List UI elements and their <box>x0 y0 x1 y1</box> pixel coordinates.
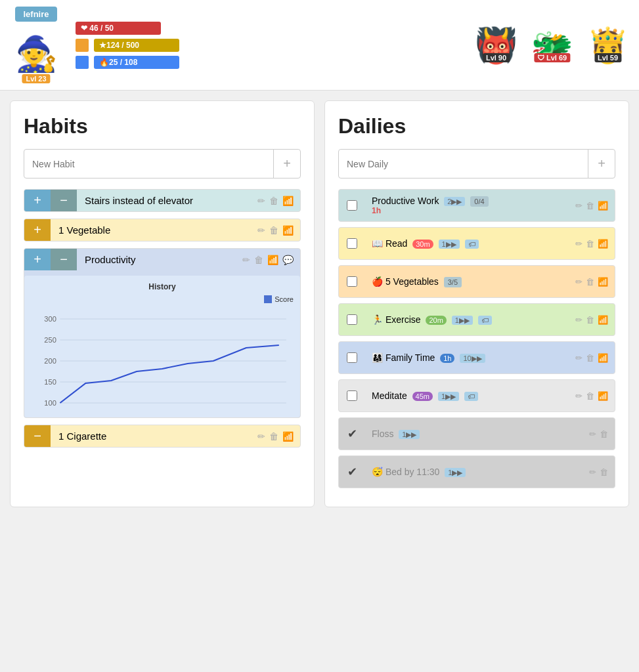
add-daily-button[interactable]: + <box>588 150 615 178</box>
habit-minus-cigarette[interactable]: − <box>24 425 51 447</box>
delete-icon[interactable]: 🗑 <box>586 277 594 287</box>
daily-check-exercise[interactable] <box>339 304 365 335</box>
xp-value: ★124 / 500 <box>94 39 179 52</box>
checkbox-exercise[interactable] <box>347 314 357 325</box>
daily-check-family[interactable] <box>339 342 365 373</box>
chart-icon[interactable]: 📶 <box>282 225 294 236</box>
add-habit-input[interactable] <box>24 152 273 176</box>
stats-area: ❤ 46 / 50 ★124 / 500 🔥25 / 108 <box>76 22 179 69</box>
delete-icon[interactable]: 🗑 <box>586 315 594 325</box>
delete-icon[interactable]: 🗑 <box>586 201 594 211</box>
header: lefnire 🧙 Lvl 23 ❤ 46 / 50 ★124 / 500 🔥2… <box>0 0 639 91</box>
habit-actions-cigarette: ✏ 🗑 📶 <box>251 425 300 447</box>
hp-bar: ❤ 46 / 50 <box>76 22 179 35</box>
daily-actions-meditate: ✏ 🗑 📶 <box>569 391 615 401</box>
checkbox-vegetables[interactable] <box>347 276 357 287</box>
chart-icon[interactable]: 📶 <box>598 353 608 363</box>
tag-exercise: 🏷 <box>478 316 492 325</box>
tag-meditate: 🏷 <box>464 392 478 401</box>
mp-value: 🔥25 / 108 <box>94 56 179 69</box>
habit-plus-stairs[interactable]: + <box>24 190 51 211</box>
habit-label-stairs: Stairs instead of elevator <box>77 190 251 211</box>
habit-plus-vegetable[interactable]: + <box>24 219 51 241</box>
mp-icon <box>76 56 89 69</box>
username-badge: lefnire <box>15 7 56 22</box>
time-badge-read: 30m <box>412 240 433 249</box>
habit-item-stairs: + − Stairs instead of elevator ✏ 🗑 📶 <box>24 189 301 212</box>
habit-minus-stairs[interactable]: − <box>51 190 77 211</box>
chat-icon[interactable]: 💬 <box>282 255 294 265</box>
edit-icon[interactable]: ✏ <box>575 315 583 325</box>
chart-icon[interactable]: 📶 <box>282 196 294 206</box>
streak-read: 1▶▶ <box>439 240 460 249</box>
svg-text:150: 150 <box>44 379 56 386</box>
checkbox-productive-work[interactable] <box>347 200 357 211</box>
chart-icon[interactable]: 📶 <box>267 255 278 265</box>
veg-emoji: 🍎 <box>372 276 383 287</box>
edit-icon[interactable]: ✏ <box>257 431 265 442</box>
progress-veg: 3/5 <box>444 277 462 287</box>
edit-icon[interactable]: ✏ <box>589 467 596 477</box>
chart-icon[interactable]: 📶 <box>598 201 608 211</box>
daily-check-read[interactable] <box>339 228 365 259</box>
party-member-2: 🐲 🛡 Lvl 69 <box>531 28 573 62</box>
family-emoji: 👨‍👩‍👧 <box>372 352 383 363</box>
edit-icon[interactable]: ✏ <box>257 225 265 236</box>
avatar-area: 🧙 Lvl 23 <box>10 24 62 83</box>
daily-actions-productive-work: ✏ 🗑 📶 <box>569 201 615 211</box>
edit-icon[interactable]: ✏ <box>257 196 265 206</box>
streak-floss: 1▶▶ <box>399 430 420 439</box>
add-habit-button[interactable]: + <box>273 150 300 178</box>
habits-title: Habits <box>24 114 301 138</box>
party-level-1: Lvl 90 <box>483 53 510 62</box>
delete-icon[interactable]: 🗑 <box>600 467 608 477</box>
party-level-2: 🛡 Lvl 69 <box>534 53 570 62</box>
delete-icon[interactable]: 🗑 <box>586 239 594 249</box>
chart-icon[interactable]: 📶 <box>598 391 608 401</box>
edit-icon[interactable]: ✏ <box>575 239 583 249</box>
delete-icon[interactable]: 🗑 <box>586 391 594 401</box>
chart-icon[interactable]: 📶 <box>598 277 608 287</box>
add-habit-row: + <box>24 149 301 178</box>
checkbox-family[interactable] <box>347 352 357 363</box>
chart-icon[interactable]: 📶 <box>598 315 608 325</box>
delete-icon[interactable]: 🗑 <box>269 196 278 206</box>
daily-check-vegetables[interactable] <box>339 266 365 297</box>
checkbox-meditate[interactable] <box>347 390 357 401</box>
main-layout: Habits + + − Stairs instead of elevator … <box>0 91 639 517</box>
habits-panel: Habits + + − Stairs instead of elevator … <box>10 100 315 507</box>
edit-icon[interactable]: ✏ <box>589 429 596 439</box>
delete-icon[interactable]: 🗑 <box>586 353 594 363</box>
avatar-level: Lvl 23 <box>22 74 50 83</box>
streak-family: 10▶▶ <box>460 354 485 363</box>
delete-icon[interactable]: 🗑 <box>254 255 263 265</box>
delete-icon[interactable]: 🗑 <box>269 225 278 236</box>
daily-check-bed[interactable]: ✔ <box>339 456 365 488</box>
svg-text:300: 300 <box>44 316 56 323</box>
habit-item-productivity: + − Productivity ✏ 🗑 📶 💬 History Score <box>24 248 301 418</box>
chart-icon[interactable]: 📶 <box>598 239 608 249</box>
tag-read: 🏷 <box>465 240 479 249</box>
daily-check-floss[interactable]: ✔ <box>339 418 365 450</box>
streak-bed: 1▶▶ <box>445 468 466 477</box>
delete-icon[interactable]: 🗑 <box>269 431 278 442</box>
chart-icon[interactable]: 📶 <box>282 431 294 442</box>
habit-label-cigarette: 1 Cigarette <box>51 425 251 447</box>
edit-icon[interactable]: ✏ <box>575 391 583 401</box>
daily-item-productive-work: Productive Work 2▶▶ 0/4 1h ✏ 🗑 📶 <box>338 189 615 222</box>
add-daily-input[interactable] <box>339 152 588 176</box>
productivity-svg: 300 250 200 150 100 <box>31 306 294 411</box>
habit-plus-productivity[interactable]: + <box>24 249 51 270</box>
party-member-3: 🤴 Lvl 59 <box>586 28 629 62</box>
edit-icon[interactable]: ✏ <box>575 277 583 287</box>
delete-icon[interactable]: 🗑 <box>600 429 608 439</box>
checkbox-read[interactable] <box>347 238 357 249</box>
edit-icon[interactable]: ✏ <box>575 201 583 211</box>
edit-icon[interactable]: ✏ <box>575 353 583 363</box>
streak-badge: 2▶▶ <box>444 197 465 206</box>
habit-minus-productivity[interactable]: − <box>51 249 77 270</box>
daily-check-productive-work[interactable] <box>339 190 365 221</box>
daily-check-meditate[interactable] <box>339 380 365 411</box>
daily-label-floss: Floss 1▶▶ <box>365 423 583 444</box>
edit-icon[interactable]: ✏ <box>242 255 250 265</box>
